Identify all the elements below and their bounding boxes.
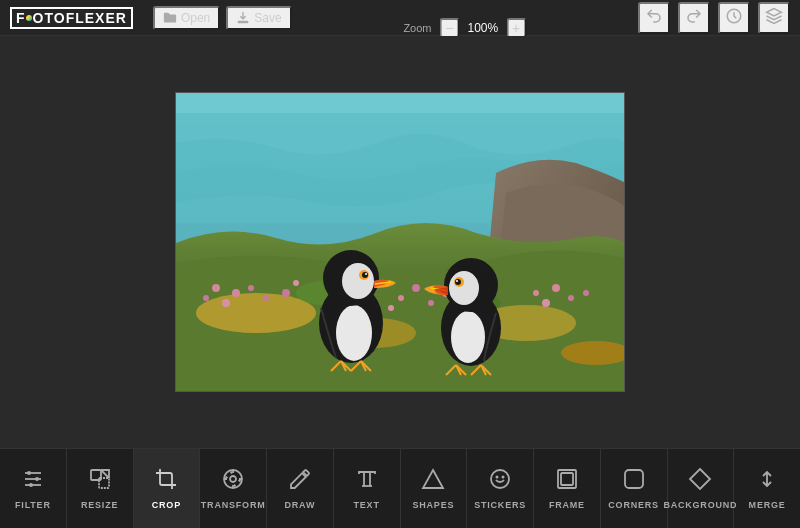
svg-point-21 (398, 295, 404, 301)
tool-crop[interactable]: CROP (134, 449, 201, 528)
bottom-toolbar: FILTER RESIZE CROP (0, 448, 800, 528)
tool-text[interactable]: TEXT (334, 449, 401, 528)
tool-shapes[interactable]: SHAPES (401, 449, 468, 528)
merge-label: MERGE (749, 500, 786, 510)
svg-marker-53 (423, 470, 443, 488)
draw-label: DRAW (285, 500, 316, 510)
svg-point-9 (248, 285, 254, 291)
svg-point-20 (533, 290, 539, 296)
svg-point-46 (27, 471, 31, 475)
shapes-icon (421, 467, 445, 495)
redo-button[interactable] (678, 2, 710, 34)
shapes-label: SHAPES (412, 500, 454, 510)
tool-merge[interactable]: MERGE (734, 449, 800, 528)
zoom-control: Zoom − 100% + (403, 18, 526, 38)
svg-point-17 (568, 295, 574, 301)
svg-point-52 (230, 476, 236, 482)
crop-icon (154, 467, 178, 495)
svg-point-16 (552, 284, 560, 292)
svg-point-18 (542, 299, 550, 307)
logo-box: F OTOFLEXER (10, 7, 133, 29)
frame-icon (555, 467, 579, 495)
svg-point-34 (362, 272, 368, 278)
folder-icon (163, 11, 177, 25)
frame-label: FRAME (549, 500, 585, 510)
svg-point-23 (388, 305, 394, 311)
resize-label: RESIZE (81, 500, 118, 510)
layers-icon (765, 7, 783, 25)
topbar: F OTOFLEXER Open Save Zoom − 100% + (0, 0, 800, 36)
background-label: BACKGROUND (663, 500, 737, 510)
svg-point-19 (583, 290, 589, 296)
svg-point-24 (428, 300, 434, 306)
zoom-out-button[interactable]: − (440, 18, 460, 38)
svg-point-30 (336, 305, 372, 361)
corners-label: CORNERS (608, 500, 659, 510)
crop-label: CROP (152, 500, 181, 510)
tool-resize[interactable]: RESIZE (67, 449, 134, 528)
svg-point-4 (196, 293, 316, 333)
stickers-label: STICKERS (474, 500, 526, 510)
tool-draw[interactable]: DRAW (267, 449, 334, 528)
filter-label: FILTER (15, 500, 51, 510)
open-button[interactable]: Open (153, 6, 220, 30)
svg-point-22 (412, 284, 420, 292)
image-canvas (175, 92, 625, 392)
filter-icon (21, 467, 45, 495)
tool-stickers[interactable]: STICKERS (467, 449, 534, 528)
undo-button[interactable] (638, 2, 670, 34)
transform-icon (221, 467, 245, 495)
svg-point-12 (212, 284, 220, 292)
svg-rect-58 (561, 473, 573, 485)
svg-point-8 (232, 289, 240, 297)
main-image-svg (176, 93, 625, 392)
svg-point-14 (293, 280, 299, 286)
svg-point-48 (29, 483, 33, 487)
svg-point-32 (342, 263, 374, 299)
logo-name: OTOFLEXER (33, 10, 127, 26)
svg-point-11 (263, 295, 269, 301)
canvas-area (0, 36, 800, 448)
history-icon (725, 7, 743, 25)
resize-icon (88, 467, 112, 495)
draw-icon (288, 467, 312, 495)
svg-rect-59 (625, 470, 643, 488)
zoom-value: 100% (468, 21, 499, 35)
svg-point-56 (502, 476, 505, 479)
history-button[interactable] (718, 2, 750, 34)
svg-point-55 (496, 476, 499, 479)
svg-point-10 (222, 299, 230, 307)
svg-point-35 (365, 273, 367, 275)
svg-point-15 (203, 295, 209, 301)
svg-point-42 (456, 280, 458, 282)
topbar-right (638, 2, 790, 34)
logo-dot-icon (26, 15, 32, 21)
svg-marker-60 (690, 469, 710, 489)
corners-icon (622, 467, 646, 495)
layers-button[interactable] (758, 2, 790, 34)
svg-point-54 (491, 470, 509, 488)
logo: F OTOFLEXER (10, 7, 133, 29)
merge-icon (755, 467, 779, 495)
svg-point-13 (282, 289, 290, 297)
tool-frame[interactable]: FRAME (534, 449, 601, 528)
logo-prefix: F (16, 10, 25, 26)
tool-corners[interactable]: CORNERS (601, 449, 668, 528)
svg-point-37 (451, 311, 485, 363)
stickers-icon (488, 467, 512, 495)
svg-rect-0 (238, 20, 249, 23)
tool-background[interactable]: BACKGROUND (668, 449, 735, 528)
text-label: TEXT (354, 500, 380, 510)
zoom-label: Zoom (403, 22, 431, 34)
undo-icon (645, 7, 663, 25)
save-icon (236, 11, 250, 25)
save-button[interactable]: Save (226, 6, 291, 30)
tool-transform[interactable]: TRANSFORM (200, 449, 267, 528)
svg-point-41 (455, 279, 461, 285)
zoom-in-button[interactable]: + (506, 18, 526, 38)
transform-label: TRANSFORM (201, 500, 266, 510)
tool-filter[interactable]: FILTER (0, 449, 67, 528)
text-icon (355, 467, 379, 495)
svg-point-39 (449, 271, 479, 305)
redo-icon (685, 7, 703, 25)
